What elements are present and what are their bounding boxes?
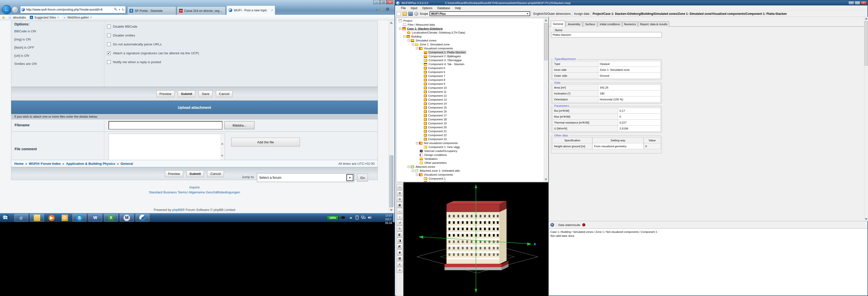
taskbar-clock[interactable]: 13:57 2017-05-04 [385,214,392,225]
menu-database[interactable]: Database [435,6,452,10]
battery-indicator[interactable]: 100% [327,215,338,220]
scroll-up-icon[interactable] [390,22,393,24]
tree-item[interactable]: −Simulated zones [408,38,437,42]
tree-item[interactable]: −Case 1: Stacken-Göteborg [399,27,443,31]
tree-item[interactable]: Project [399,19,413,23]
dimensions-setting[interactable]: English/SI/Outer dimensions [533,12,570,16]
measure-tool[interactable]: ∠ [397,261,403,267]
field-value[interactable]: 180 [598,91,661,96]
tree-item[interactable]: Component 1 [424,177,446,181]
collapse-icon[interactable]: − [412,170,414,172]
tree-item[interactable]: −Attached zones [408,165,435,169]
scroll-down-icon[interactable] [865,218,868,220]
tree-item[interactable]: Component 21 [424,129,447,133]
detail-panel-scrollbar[interactable] [864,17,868,221]
tree-item[interactable]: Component 1: Inne vägg [424,145,460,149]
start-button[interactable] [1,214,9,223]
network-icon[interactable] [361,215,366,220]
tree-item[interactable]: −Building [403,34,422,38]
rotate-left-tool[interactable]: ↺ [397,220,403,226]
refresh-icon[interactable]: ↻ [122,8,125,11]
cancel-button[interactable]: Cancel [216,91,232,97]
tab-surface[interactable]: Surface [583,22,597,27]
add-file-button[interactable]: Add the file [231,138,300,147]
tree-item[interactable]: Component 2 [424,181,446,182]
forward-button[interactable]: → [12,6,18,13]
tab-report-data-results[interactable]: Report: data & results [638,22,669,27]
tree-item[interactable]: Component 23 [424,137,447,141]
menu-file[interactable]: File [399,6,408,10]
tree-item[interactable]: Component 8 [424,78,445,82]
collapse-icon[interactable]: − [412,43,414,46]
show-desktop-button[interactable] [393,213,395,222]
search-icon[interactable] [114,8,117,11]
view-top-tool[interactable]: ◩ [397,243,403,249]
action-center-icon[interactable] [355,215,359,220]
preview-button[interactable]: Preview [156,91,175,97]
scrollbar-thumb[interactable] [544,23,548,60]
checkbox[interactable] [107,42,111,46]
minimize-button[interactable]: — [373,0,380,4]
menu-options[interactable]: Options [420,6,435,10]
tree-item[interactable]: −Visualized components [416,47,454,50]
imprint-link[interactable]: Imprint [189,185,199,189]
tree-item[interactable]: −Visualized components [416,173,454,177]
tree-item[interactable]: Component 6 [424,70,445,74]
display-options-tool[interactable]: ≡ [397,267,403,273]
tree-item[interactable]: Component 9 [424,82,445,86]
collapse-icon[interactable]: − [403,35,406,38]
tree-item[interactable]: Component 7 [424,74,445,78]
close-button[interactable]: × [386,0,393,4]
filename-input[interactable] [108,121,222,129]
wufi-graph-icon[interactable]: M [120,214,134,221]
perspective-tool[interactable]: ◆ [397,249,403,255]
close-button[interactable]: × [861,1,867,5]
menu-input[interactable]: Input [408,6,420,10]
tab-general[interactable]: General [551,21,565,27]
tree-item[interactable]: Component 10 [424,86,447,90]
field-value[interactable]: 0,227 [618,120,661,125]
address-bar[interactable]: http://www.wufi-forum.com/posting.php?mo… [20,6,126,13]
menu-help[interactable]: Help [453,6,464,10]
field-value[interactable]: Opaque [598,61,661,67]
open-file-icon[interactable] [402,12,407,16]
option-tag[interactable]: BBCode [14,29,27,33]
field-value[interactable]: Zone 1: Simulated zone [598,67,661,73]
favorites-icon[interactable]: ★ [380,8,383,11]
settings-gear-icon[interactable] [386,7,390,11]
rotate-right-tool[interactable]: ↻ [397,226,403,231]
collapse-icon[interactable]: − [408,39,410,42]
tree-item[interactable]: Component 11 [424,90,447,94]
tree-item[interactable]: Component 2: Bjälklagets [424,54,461,58]
name-input[interactable]: Platta-Stacken [551,32,662,37]
back-button[interactable]: ← [2,5,11,14]
autocomplete-caret-icon[interactable]: ▼ [118,8,121,11]
browse-button[interactable]: Bläddra... [224,121,254,129]
file-explorer-icon[interactable] [30,214,44,221]
tab-numerics[interactable]: Numerics [622,22,638,27]
zoom-in-tool[interactable]: ⊕ [397,190,403,196]
tree-item[interactable]: Component 5 [424,66,445,70]
breadcrumb-link[interactable]: General [121,162,133,166]
tree-item[interactable]: −Zone 1: Simulated zone [412,42,450,47]
tree-item[interactable]: Component 3: Ytterväggar [424,58,462,62]
tab-initial-conditions[interactable]: Initial conditions [598,22,622,27]
zoom-window-tool[interactable]: ▣ [397,202,403,208]
go-button[interactable]: Go [357,174,368,182]
tree-item[interactable]: Component 4: Tak - Stacken [424,62,465,66]
pan-vertical-tool[interactable]: ↕ [397,214,403,219]
select-arrow-icon[interactable]: ▼ [346,174,353,181]
checkbox[interactable] [107,25,111,28]
tree-item[interactable]: Component 14 [424,101,447,106]
tree-item[interactable]: Ventilation [420,157,438,161]
tree-item[interactable]: Component 20 [424,125,447,129]
tree-item[interactable]: Localization/Climate: Göteborg (LTH Data… [407,31,466,34]
save-file-icon[interactable] [408,12,413,16]
scroll-up-icon[interactable] [221,143,223,145]
pan-horizontal-tool[interactable]: ↔ [397,208,403,214]
tree-item[interactable]: Component 22 [424,133,447,137]
skype-icon[interactable]: S [72,214,86,221]
scope-combobox[interactable]: WUFI Plus ▼ [430,11,530,16]
phpbb-link[interactable]: phpBB [172,208,182,212]
tree-item[interactable]: Component 15 [424,106,447,110]
